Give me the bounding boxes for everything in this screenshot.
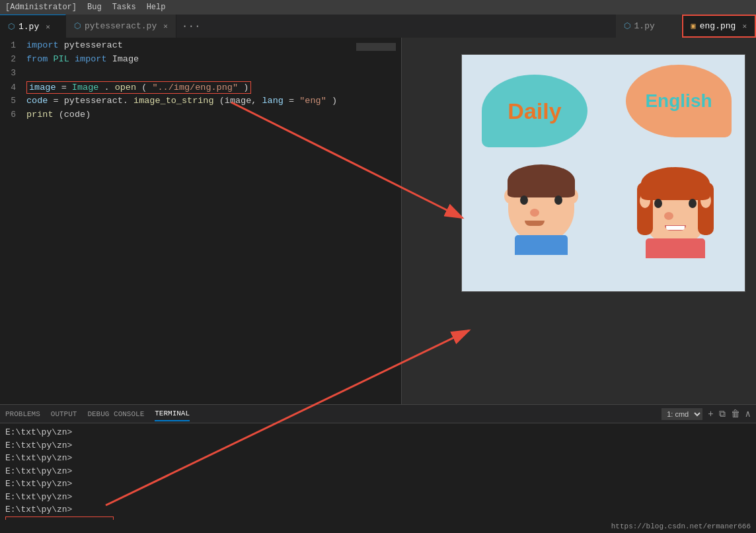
menu-help[interactable]: Help [147, 3, 166, 12]
terminal-select[interactable]: 1: cmd [662, 408, 702, 420]
tab-pytesseract[interactable]: ⬡ pytesseract.py ✕ [66, 15, 176, 38]
bubble-english-text: English [645, 90, 712, 112]
girl-nose [664, 212, 673, 220]
py-icon-pytesseract: ⬡ [74, 21, 81, 31]
girl-eye-left [654, 199, 662, 208]
menu-bar: [Administrator] Bug Tasks Help [0, 0, 756, 15]
boy-eye-left [520, 195, 528, 205]
terminal-add-btn[interactable]: + [708, 409, 713, 419]
tab-close-pytesseract[interactable]: ✕ [163, 22, 168, 30]
bubble-daily: Daily [482, 75, 587, 147]
window-title: [Administrator] [5, 3, 77, 12]
terminal-line-1: E:\txt\py\zn> [5, 426, 751, 439]
tab-1py-left[interactable]: ⬡ 1.py ✕ [0, 15, 66, 38]
char-girl [619, 159, 732, 291]
tab-engpng[interactable]: ▣ eng.png ✕ [682, 15, 756, 38]
status-url: https://blog.csdn.net/ermaner666 [611, 522, 751, 530]
bottom-panel: PROBLEMS OUTPUT DEBUG CONSOLE TERMINAL 1… [0, 404, 756, 533]
menu-bug[interactable]: Bug [87, 3, 102, 12]
code-line-3: 3 [0, 68, 401, 82]
code-line-4: 4 image = Image . open ( "../img/eng.png… [0, 82, 401, 96]
boy-eye-right [554, 195, 562, 205]
terminal-controls: 1: cmd + ⧉ 🗑 ∧ [662, 408, 751, 420]
image-preview: Daily English [461, 54, 745, 292]
boy-collar [515, 235, 568, 255]
code-line-1: 1 import pytesseract [0, 40, 401, 54]
status-bar: https://blog.csdn.net/ermaner666 [0, 520, 756, 533]
tab-output[interactable]: OUTPUT [51, 408, 77, 421]
cartoon: Daily English [462, 55, 745, 291]
terminal-content: E:\txt\py\zn> E:\txt\py\zn> E:\txt\py\zn… [0, 423, 756, 533]
tab-terminal[interactable]: TERMINAL [155, 407, 190, 421]
girl-collar [646, 238, 705, 258]
terminal-collapse-btn[interactable]: ∧ [745, 408, 751, 419]
boy-mouth [525, 221, 545, 226]
terminal-split-btn[interactable]: ⧉ [719, 409, 726, 419]
bubble-daily-text: Daily [508, 98, 561, 124]
girl-head [629, 159, 722, 258]
code-area: 1 import pytesseract 2 from PIL import I… [0, 38, 401, 126]
terminal-line-5: E:\txt\py\zn> [5, 478, 751, 491]
terminal-line-3: E:\txt\py\zn> [5, 452, 751, 465]
char-boy [488, 159, 594, 291]
code-line-2: 2 from PIL import Image [0, 54, 401, 68]
boy-hair [508, 164, 575, 197]
boy-head [502, 159, 581, 252]
image-panel: Daily English [402, 38, 756, 404]
terminal-line-6: E:\txt\py\zn> [5, 491, 751, 504]
boy-nose [530, 209, 539, 217]
editor-panel: 1 import pytesseract 2 from PIL import I… [0, 38, 402, 404]
tab-more-button[interactable]: ··· [176, 15, 206, 38]
png-icon: ▣ [691, 21, 696, 31]
bottom-tab-bar: PROBLEMS OUTPUT DEBUG CONSOLE TERMINAL 1… [0, 405, 756, 423]
main-content: 1 import pytesseract 2 from PIL import I… [0, 38, 756, 404]
py-icon-right: ⬡ [624, 21, 630, 31]
menu-tasks[interactable]: Tasks [112, 3, 136, 12]
terminal-line-2: E:\txt\py\zn> [5, 439, 751, 452]
girl-eye-right [689, 199, 697, 208]
tab-1py-right[interactable]: ⬡ 1.py [616, 15, 682, 38]
terminal-trash-btn[interactable]: 🗑 [731, 409, 740, 419]
tab-debug-console[interactable]: DEBUG CONSOLE [87, 408, 144, 421]
code-line-6: 6 print (code) [0, 110, 401, 124]
tab-problems[interactable]: PROBLEMS [5, 408, 40, 421]
code-line-5: 5 code = pytesseract. image_to_string (i… [0, 96, 401, 110]
bubble-english: English [626, 65, 732, 137]
tab-bar: ⬡ 1.py ✕ ⬡ pytesseract.py ✕ ··· ⬡ 1.py ▣… [0, 15, 756, 38]
terminal-line-7: E:\txt\py\zn> [5, 503, 751, 516]
tab-close-engpng[interactable]: ✕ [742, 22, 747, 30]
girl-hair-top [641, 167, 710, 200]
girl-teeth [666, 226, 685, 230]
scrollbar-hint [356, 43, 396, 51]
terminal-line-4: E:\txt\py\zn> [5, 465, 751, 478]
py-icon-left: ⬡ [8, 22, 15, 32]
code-highlight-box: image = Image . open ( "../img/eng.png" … [26, 81, 251, 94]
tab-close-1py[interactable]: ✕ [46, 22, 50, 31]
